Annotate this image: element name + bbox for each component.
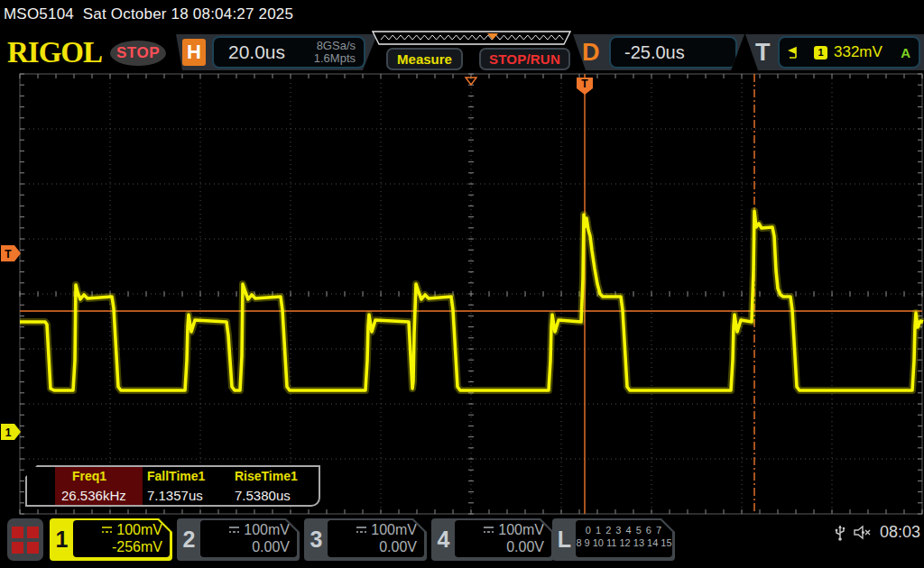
channel-1-scale: 100mV <box>116 522 162 537</box>
svg-text:1: 1 <box>5 426 12 439</box>
ch1-trace-glow <box>20 211 923 390</box>
system-tray: 08:03 <box>834 523 920 542</box>
channel-4-offset: 0.00V <box>506 539 544 555</box>
dc-coupling-icon <box>228 526 240 534</box>
channel-3-status[interactable]: 3 100mV 0.00V <box>304 518 427 561</box>
channel-2-scale: 100mV <box>244 522 290 537</box>
measurement-results-box[interactable]: Freq1 26.536kHz FallTime1 7.1357us RiseT… <box>25 465 320 507</box>
dc-coupling-icon <box>101 526 113 534</box>
logic-label: L <box>552 518 577 561</box>
channel-4-scale: 100mV <box>498 522 544 537</box>
measurement-risetime1[interactable]: RiseTime1 7.5380us <box>230 467 318 505</box>
measurement-freq1[interactable]: Freq1 26.536kHz <box>55 467 143 505</box>
channel-3-offset: 0.00V <box>379 539 417 555</box>
channel-4-status[interactable]: 4 100mV 0.00V <box>431 518 554 561</box>
channel-1-number: 1 <box>50 518 74 561</box>
oscilloscope-screen: MSO5104 Sat October 18 08:04:27 2025 RIG… <box>0 0 924 568</box>
logic-digits-row1: 0 1 2 3 4 5 6 7 <box>576 525 672 536</box>
channel-2-status[interactable]: 2 100mV 0.00V <box>177 518 300 561</box>
bottom-bar: 1 100mV -256mV 2 100mV 0.00V 3 100mV 0.0… <box>0 516 924 568</box>
channel-3-scale: 100mV <box>371 522 417 537</box>
svg-text:T: T <box>5 248 12 261</box>
measurement-falltime1[interactable]: FallTime1 7.1357us <box>143 467 230 505</box>
sound-muted-icon[interactable] <box>854 525 873 540</box>
channel-1-offset: -256mV <box>112 539 162 555</box>
logic-digits-row2: 8 9 10 11 12 13 14 15 <box>576 537 672 548</box>
channel-3-number: 3 <box>304 518 328 561</box>
logic-channels-status[interactable]: L 0 1 2 3 4 5 6 7 8 9 10 11 12 13 14 15 <box>552 518 675 561</box>
menu-grid-icon <box>12 527 23 538</box>
trigger-position-marker-label: T <box>581 78 588 90</box>
channel-2-number: 2 <box>177 518 201 561</box>
dc-coupling-icon <box>356 526 367 534</box>
channel-1-status[interactable]: 1 100mV -256mV <box>50 518 172 561</box>
dc-coupling-icon <box>483 526 494 534</box>
usb-icon <box>834 524 846 542</box>
clock: 08:03 <box>880 523 920 542</box>
channel-menu-button[interactable] <box>7 518 43 561</box>
channel-2-offset: 0.00V <box>252 539 290 555</box>
channel-4-number: 4 <box>431 518 456 561</box>
